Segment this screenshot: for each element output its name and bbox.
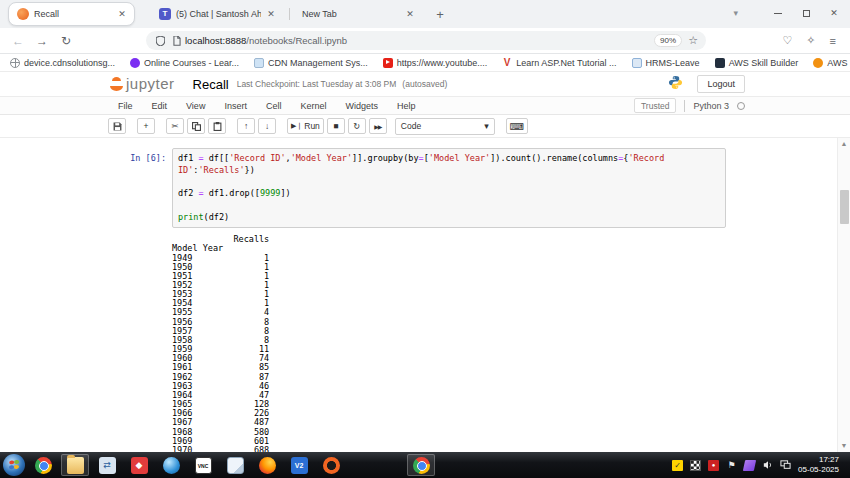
tab-close-icon[interactable]: ✕ — [404, 9, 416, 19]
add-cell-button[interactable]: + — [137, 118, 155, 134]
bookmark-youtube[interactable]: https://www.youtube.... — [383, 58, 488, 68]
taskbar-vnc-viewer[interactable] — [285, 454, 313, 476]
copy-icon — [192, 122, 201, 131]
taskbar-chrome[interactable] — [29, 454, 57, 476]
move-cell-up-button[interactable]: ↑ — [237, 118, 255, 134]
forward-icon[interactable]: → — [32, 34, 52, 48]
autosave-status: (autosaved) — [402, 79, 447, 89]
bookmark-asp-net-tutorial[interactable]: VLearn ASP.Net Tutorial ... — [502, 58, 616, 68]
checkpoint-text: Last Checkpoint: Last Tuesday at 3:08 PM — [237, 79, 397, 89]
vnc-viewer-icon — [291, 457, 308, 474]
chrome-icon — [413, 457, 430, 474]
taskbar-orange-app[interactable] — [317, 454, 345, 476]
scrollbar-thumb[interactable] — [840, 190, 849, 224]
page-scrollbar[interactable]: ▲ ▼ — [837, 138, 850, 452]
tab-close-icon[interactable]: ✕ — [116, 9, 128, 19]
menu-widgets[interactable]: Widgets — [345, 101, 378, 111]
network-icon[interactable] — [780, 460, 791, 471]
notebook-title[interactable]: Recall — [193, 77, 229, 92]
taskbar-remote-desktop[interactable] — [93, 454, 121, 476]
system-tray: ✓ ⚑ 17:27 05-05-2025 — [672, 455, 847, 475]
browser-menu-icon[interactable]: ≡ — [830, 35, 836, 47]
tray-flag-icon[interactable]: ⚑ — [726, 460, 737, 471]
code-input[interactable]: df1 = df[['Record ID','Model Year']].gro… — [172, 148, 726, 228]
favorite-star-icon[interactable]: ☆ — [688, 34, 698, 47]
taskbar-vnc[interactable] — [189, 454, 217, 476]
menu-cell[interactable]: Cell — [266, 101, 282, 111]
taskbar-red-app[interactable] — [125, 454, 153, 476]
python-logo-icon — [668, 75, 683, 94]
url-text: localhost:8888/notebooks/Recall.ipynb — [185, 35, 654, 46]
menu-insert[interactable]: Insert — [224, 101, 247, 111]
tab-new-tab[interactable]: New Tab ✕ — [289, 2, 422, 26]
tab-teams-chat[interactable]: T (5) Chat | Santosh Ahirwar | Mic ✕ — [151, 2, 281, 26]
command-palette-button[interactable]: ⌨ — [506, 118, 528, 134]
menu-kernel[interactable]: Kernel — [300, 101, 326, 111]
jupyter-logo[interactable]: jupyter — [110, 77, 175, 91]
restart-run-all-button[interactable]: ▶▶ — [369, 118, 387, 134]
browser-essentials-icon[interactable]: ♡ — [782, 34, 792, 47]
page-icon[interactable] — [173, 36, 181, 46]
move-cell-down-button[interactable]: ↓ — [258, 118, 276, 134]
scroll-down-icon[interactable]: ▼ — [838, 440, 850, 452]
reload-icon[interactable]: ↻ — [56, 34, 76, 48]
bookmark-aws-skill-builder[interactable]: AWS Skill Builder — [715, 58, 799, 68]
volume-icon[interactable] — [762, 460, 773, 471]
copy-cell-button[interactable] — [187, 118, 205, 134]
tab-title: (5) Chat | Santosh Ahirwar | Mic — [176, 9, 261, 19]
online-courses-icon — [130, 58, 140, 68]
bookmark-hrms-leave[interactable]: HRMS-Leave — [632, 58, 700, 68]
cut-cell-button[interactable]: ✂ — [166, 118, 184, 134]
tab-close-icon[interactable]: ✕ — [267, 9, 275, 19]
jupyter-toolbar: + ✂ ↑ ↓ ▶❘ Run ■ ↻ ▶▶ Code ▾ ⌨ — [0, 115, 850, 138]
chevron-down-icon[interactable]: ▾ — [733, 8, 738, 18]
zoom-level-badge[interactable]: 90% — [654, 34, 682, 47]
cell-type-select[interactable]: Code ▾ — [395, 118, 495, 135]
paste-cell-button[interactable] — [208, 118, 226, 134]
trusted-badge[interactable]: Trusted — [634, 98, 677, 113]
teams-favicon: T — [159, 8, 171, 20]
new-tab-button[interactable]: + — [430, 5, 450, 25]
shield-icon[interactable] — [156, 36, 165, 46]
tray-vnc-server-icon[interactable] — [690, 460, 701, 471]
tray-checkmark-icon[interactable]: ✓ — [672, 460, 683, 471]
url-bar[interactable]: localhost:8888/notebooks/Recall.ipynb 90… — [146, 31, 706, 50]
jupyter-orb-icon — [110, 77, 123, 91]
tray-record-icon[interactable] — [708, 460, 719, 471]
bookmark-label: HRMS-Leave — [646, 58, 700, 68]
taskbar-firefox[interactable] — [253, 454, 281, 476]
restart-kernel-button[interactable]: ↻ — [348, 118, 366, 134]
logout-button[interactable]: Logout — [697, 75, 745, 93]
extensions-icon[interactable]: ✧ — [806, 34, 815, 47]
taskbar-file-explorer[interactable] — [61, 454, 89, 476]
taskbar-clock[interactable]: 17:27 05-05-2025 — [798, 455, 843, 475]
run-cell-button[interactable]: ▶❘ Run — [287, 118, 324, 134]
menu-help[interactable]: Help — [397, 101, 416, 111]
menu-view[interactable]: View — [186, 101, 205, 111]
taskbar-blue-app[interactable] — [157, 454, 185, 476]
jupyter-menubar: File Edit View Insert Cell Kernel Widget… — [0, 96, 850, 115]
tab-recall[interactable]: Recall ✕ — [8, 2, 135, 26]
back-icon[interactable]: ← — [8, 34, 28, 48]
bookmark-label: https://www.youtube.... — [397, 58, 488, 68]
interrupt-kernel-button[interactable]: ■ — [327, 118, 345, 134]
notepad-icon — [227, 457, 244, 474]
minimize-button[interactable] — [764, 2, 792, 24]
bookmark-device-cdnsolutions[interactable]: device.cdnsolutionsg... — [10, 58, 115, 68]
bookmark-aws-management[interactable]: AWS Management Co... — [813, 58, 850, 68]
bookmark-online-courses[interactable]: Online Courses - Lear... — [130, 58, 239, 68]
notebook-area: In [6]: df1 = df[['Record ID','Model Yea… — [0, 138, 850, 452]
taskbar-notepad[interactable] — [221, 454, 249, 476]
save-button[interactable] — [108, 118, 126, 134]
menu-file[interactable]: File — [118, 101, 133, 111]
tray-purple-app-icon[interactable] — [743, 460, 756, 471]
menu-edit[interactable]: Edit — [152, 101, 168, 111]
bookmark-cdn-management[interactable]: CDN Management Sys... — [254, 58, 368, 68]
taskbar-chrome-window[interactable] — [407, 454, 435, 476]
start-button[interactable] — [3, 454, 25, 476]
scroll-up-icon[interactable]: ▲ — [838, 138, 850, 150]
maximize-button[interactable] — [792, 2, 820, 24]
close-button[interactable]: ✕ — [820, 2, 848, 24]
browser-titlebar: Recall ✕ T (5) Chat | Santosh Ahirwar | … — [0, 0, 850, 28]
bookmark-label: CDN Management Sys... — [268, 58, 368, 68]
